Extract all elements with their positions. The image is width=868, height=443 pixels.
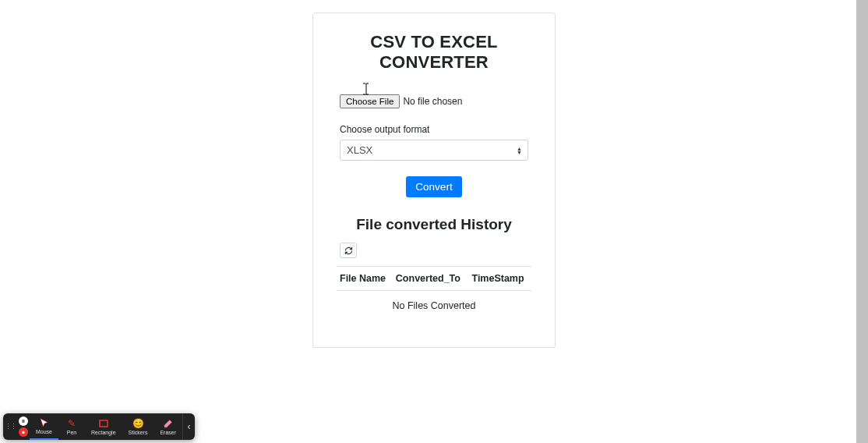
- converter-card: CSV TO EXCEL CONVERTER Choose File No fi…: [312, 12, 556, 348]
- mouse-icon: [39, 418, 49, 428]
- col-converted-to: Converted_To: [393, 267, 469, 291]
- table-empty-row: No Files Converted: [337, 291, 531, 321]
- scrollbar-thumb[interactable]: [856, 0, 868, 443]
- eraser-icon: [163, 419, 173, 429]
- tool-eraser[interactable]: Eraser: [153, 413, 182, 440]
- file-input-row: Choose File No file chosen: [340, 94, 528, 108]
- history-table: File Name Converted_To TimeStamp No File…: [337, 266, 531, 321]
- record-controls: II ■: [17, 413, 30, 440]
- history-title: File converted History: [340, 216, 528, 233]
- collapse-toolbar-button[interactable]: ‹: [182, 413, 195, 440]
- output-format-select[interactable]: XLSX: [340, 140, 528, 161]
- tool-stickers[interactable]: 😊 Stickers: [122, 413, 154, 440]
- output-format-select-wrap: XLSX ▲▼: [340, 140, 528, 161]
- choose-file-button[interactable]: Choose File: [340, 94, 400, 108]
- convert-button[interactable]: Convert: [406, 176, 461, 197]
- sticker-icon: 😊: [132, 419, 144, 429]
- svg-rect-0: [100, 420, 108, 427]
- empty-message: No Files Converted: [337, 291, 531, 321]
- output-format-label: Choose output format: [340, 124, 528, 135]
- stop-button[interactable]: ■: [19, 427, 28, 437]
- col-timestamp: TimeStamp: [468, 267, 531, 291]
- tool-rectangle[interactable]: Rectangle: [85, 413, 122, 440]
- tool-pen[interactable]: ✎ Pen: [58, 413, 85, 440]
- refresh-button[interactable]: [340, 243, 357, 258]
- refresh-icon: [344, 246, 353, 255]
- recording-toolbar: II ■ Mouse ✎ Pen Rectangle 😊 Stickers Er…: [3, 413, 195, 440]
- pen-icon: ✎: [68, 419, 76, 429]
- rectangle-icon: [99, 419, 108, 429]
- col-filename: File Name: [337, 267, 393, 291]
- page-title: CSV TO EXCEL CONVERTER: [340, 32, 528, 73]
- table-header-row: File Name Converted_To TimeStamp: [337, 267, 531, 291]
- file-status-text: No file chosen: [403, 96, 462, 107]
- pause-button[interactable]: II: [19, 416, 28, 426]
- drag-handle-icon[interactable]: [3, 413, 17, 440]
- vertical-scrollbar[interactable]: [856, 0, 868, 443]
- chevron-left-icon: ‹: [188, 421, 191, 432]
- tool-mouse[interactable]: Mouse: [30, 413, 58, 440]
